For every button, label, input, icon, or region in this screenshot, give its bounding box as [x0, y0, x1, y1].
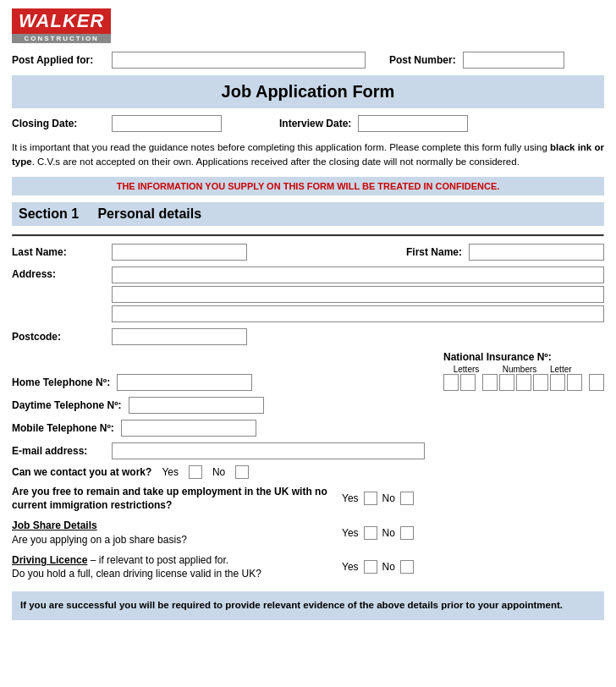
- postcode-label: Postcode:: [12, 331, 105, 343]
- header: WALKER CONSTRUCTION: [12, 8, 604, 43]
- post-number-label: Post Number:: [389, 54, 456, 66]
- first-name-input[interactable]: [469, 244, 604, 261]
- section-divider: [12, 234, 604, 237]
- info-bold: black ink or type: [12, 142, 604, 167]
- job-share-row: Job Share Details Are you applying on a …: [12, 519, 604, 547]
- immigration-label: Are you free to remain and take up emplo…: [12, 486, 327, 512]
- name-row: Last Name: First Name:: [12, 244, 604, 261]
- bottom-notice: If you are successful you will be requir…: [12, 591, 604, 619]
- immigration-no-checkbox[interactable]: [400, 492, 414, 505]
- post-row: Post Applied for: Post Number:: [12, 52, 604, 69]
- logo-walker: WALKER: [12, 8, 111, 34]
- ni-num5[interactable]: [550, 374, 565, 391]
- ni-final-letter[interactable]: [589, 374, 604, 391]
- closing-date-input[interactable]: [112, 115, 222, 132]
- contact-work-label: Can we contact you at work?: [12, 466, 151, 478]
- tel-ni-row: Home Telephone Nº: National Insurance Nº…: [12, 351, 604, 391]
- dates-row: Closing Date: Interview Date:: [12, 115, 604, 132]
- job-share-no-checkbox[interactable]: [400, 526, 414, 540]
- confidence-bar: THE INFORMATION YOU SUPPLY ON THIS FORM …: [12, 177, 604, 195]
- driving-yes-checkbox[interactable]: [364, 560, 377, 574]
- address-label: Address:: [12, 267, 105, 280]
- daytime-tel-row: Daytime Telephone Nº:: [12, 397, 604, 414]
- driving-desc: – if relevant to post applied for.: [91, 554, 228, 566]
- ni-num2[interactable]: [499, 374, 514, 391]
- ni-letter2[interactable]: [460, 374, 476, 391]
- mobile-tel-input[interactable]: [121, 420, 256, 437]
- driving-title: Driving Licence: [12, 554, 87, 566]
- post-applied-input[interactable]: [112, 52, 366, 69]
- contact-work-row: Can we contact you at work? Yes No: [12, 465, 604, 479]
- ni-letter-label: Letter: [550, 365, 565, 374]
- home-tel-label: Home Telephone Nº:: [12, 376, 110, 388]
- no-label-1: No: [212, 466, 225, 478]
- yes-label-2: Yes: [342, 492, 359, 504]
- daytime-tel-input[interactable]: [129, 397, 264, 414]
- yes-label-3: Yes: [342, 527, 359, 539]
- ni-numbers-label: Numbers: [489, 365, 550, 374]
- immigration-row: Are you free to remain and take up emplo…: [12, 485, 604, 514]
- ni-label: National Insurance Nº:: [443, 351, 552, 363]
- home-tel-input[interactable]: [117, 374, 252, 391]
- job-share-title: Job Share Details: [12, 519, 97, 531]
- postcode-input[interactable]: [112, 328, 247, 345]
- address-inputs: [112, 267, 604, 322]
- contact-no-checkbox[interactable]: [235, 465, 249, 479]
- post-number-input[interactable]: [463, 52, 564, 69]
- mobile-tel-row: Mobile Telephone Nº:: [12, 420, 604, 437]
- yes-label-4: Yes: [342, 561, 359, 573]
- info-text: It is important that you read the guidan…: [12, 140, 604, 170]
- email-row: E-mail address:: [12, 442, 604, 459]
- driving-question: Do you hold a full, clean driving licens…: [12, 567, 333, 581]
- address-block: Address:: [12, 267, 604, 322]
- title-bar: Job Application Form: [12, 75, 604, 108]
- closing-date-label: Closing Date:: [12, 118, 105, 129]
- no-label-4: No: [382, 561, 395, 573]
- email-input[interactable]: [112, 442, 425, 459]
- yes-label-1: Yes: [162, 466, 179, 478]
- contact-yes-checkbox[interactable]: [189, 465, 202, 479]
- logo: WALKER CONSTRUCTION: [12, 8, 111, 43]
- address-line1[interactable]: [112, 267, 604, 283]
- ni-letter1[interactable]: [443, 374, 459, 391]
- address-line2[interactable]: [112, 286, 604, 303]
- postcode-row: Postcode:: [12, 328, 604, 345]
- ni-num4[interactable]: [533, 374, 548, 391]
- interview-date-label: Interview Date:: [279, 118, 351, 129]
- first-name-label: First Name:: [406, 246, 462, 258]
- section1-subtitle: Personal details: [97, 206, 201, 221]
- ni-letters-label: Letters: [443, 365, 489, 374]
- no-label-3: No: [382, 527, 395, 539]
- daytime-tel-label: Daytime Telephone Nº:: [12, 399, 122, 411]
- no-label-2: No: [382, 492, 395, 504]
- post-applied-label: Post Applied for:: [12, 54, 105, 66]
- section1-title: Section 1: [19, 206, 79, 221]
- driving-no-checkbox[interactable]: [400, 560, 414, 574]
- logo-construction: CONSTRUCTION: [12, 34, 111, 43]
- driving-licence-row: Driving Licence – if relevant to post ap…: [12, 553, 604, 582]
- last-name-input[interactable]: [112, 244, 247, 261]
- interview-date-input[interactable]: [358, 115, 468, 132]
- form-title: Job Application Form: [12, 82, 604, 102]
- email-label: E-mail address:: [12, 445, 105, 457]
- immigration-yes-checkbox[interactable]: [364, 492, 377, 505]
- ni-num1[interactable]: [482, 374, 498, 391]
- mobile-tel-label: Mobile Telephone Nº:: [12, 422, 114, 434]
- address-line3[interactable]: [112, 305, 604, 322]
- job-share-desc: Are you applying on a job share basis?: [12, 533, 333, 547]
- ni-num6[interactable]: [567, 374, 582, 391]
- section1-bar: Section 1 Personal details: [12, 202, 604, 226]
- job-share-yes-checkbox[interactable]: [364, 526, 377, 540]
- last-name-label: Last Name:: [12, 246, 105, 258]
- ni-num3[interactable]: [516, 374, 531, 391]
